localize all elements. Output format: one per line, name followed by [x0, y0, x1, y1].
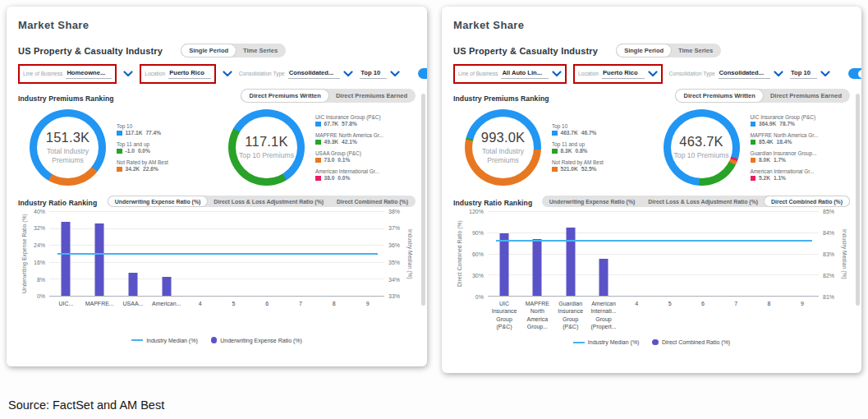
ratio-tabs[interactable]: Underwriting Expense Ratio (%)Direct Los…	[542, 196, 850, 207]
tab-time-series[interactable]: Time Series	[236, 44, 285, 57]
scrollbar[interactable]	[856, 94, 860, 306]
legend-swatch	[552, 131, 558, 136]
filter-value[interactable]: Puerto Rico	[168, 69, 211, 79]
location-dropdown[interactable]: Location Puerto Rico	[578, 69, 658, 79]
donut-chart-total-industry[interactable]: 151.3K Total Industry Premiums	[30, 109, 106, 186]
legend-item-underwriting-expense-ratio[interactable]: Underwriting Expense Ratio (%)	[211, 337, 302, 343]
chevron-down-icon[interactable]	[648, 71, 658, 77]
donut-legend-item: Guardian Insurance Group...8.0K1.7%	[751, 150, 819, 163]
annotation-red-box-line-of-business: Line of Business Homeowne...	[18, 64, 117, 84]
bar[interactable]	[162, 277, 171, 296]
tab-single-period[interactable]: Single Period	[617, 44, 671, 57]
bar[interactable]	[95, 223, 104, 296]
tab-direct-loss-loss-adjustment-ratio[interactable]: Direct Loss & Loss Adjustment Ratio (%)	[207, 196, 330, 206]
bar[interactable]	[599, 259, 608, 296]
donut-legend-item: Top 10463.7K46.7%	[552, 123, 604, 136]
x-axis-category: MAPFRE North America Group...	[521, 300, 553, 331]
donut-legend-item: MAPFRE North America Gr...85.4K18.4%	[751, 132, 819, 145]
donut-chart-top-10[interactable]: 117.1K Top 10 Premiums	[228, 109, 305, 186]
legend-swatch	[315, 176, 321, 182]
legend-item-industry-median[interactable]: Industry Median (%)	[131, 338, 198, 343]
tab-single-period[interactable]: Single Period	[181, 44, 236, 57]
x-axis-category: American Internati... Group (Propert...	[587, 300, 620, 331]
donut-charts-row: 993.0K Total Industry Premiums Top 10463…	[453, 109, 850, 186]
bar[interactable]	[566, 228, 575, 296]
legend-label: Industry Median (%)	[146, 338, 198, 343]
premiums-tabs[interactable]: Direct Premiums WrittenDirect Premiums E…	[675, 89, 850, 103]
toggle-switch-on[interactable]	[418, 68, 427, 79]
median-line-marker	[573, 342, 585, 343]
tab-direct-premiums-earned[interactable]: Direct Premiums Earned	[763, 90, 849, 102]
tab-underwriting-expense-ratio[interactable]: Underwriting Expense Ratio (%)	[543, 196, 642, 206]
tab-underwriting-expense-ratio[interactable]: Underwriting Expense Ratio (%)	[108, 196, 208, 206]
x-axis-category: 9	[786, 300, 819, 331]
total-industry-donut-group: 993.0K Total Industry Premiums Top 10463…	[453, 109, 652, 186]
tab-direct-combined-ratio[interactable]: Direct Combined Ratio (%)	[330, 196, 415, 206]
tab-direct-loss-loss-adjustment-ratio[interactable]: Direct Loss & Loss Adjustment Ratio (%)	[641, 196, 765, 206]
bar[interactable]	[533, 239, 542, 296]
consolidation-type-dropdown[interactable]: Consolidation Type Consolidated...	[669, 69, 783, 79]
summary-charts-toggle[interactable]: Summary Charts	[848, 68, 861, 79]
tab-direct-premiums-written[interactable]: Direct Premiums Written	[241, 90, 328, 102]
legend-percent: 46.7%	[581, 130, 597, 136]
consolidation-type-dropdown[interactable]: Consolidation Type Consolidated...	[239, 69, 353, 79]
filter-label: Location	[578, 71, 599, 76]
filter-value[interactable]: Top 10	[790, 69, 817, 79]
x-axis-category: 4	[183, 300, 217, 307]
period-toggle[interactable]: Single PeriodTime Series	[616, 44, 721, 58]
chevron-down-icon[interactable]	[343, 71, 353, 77]
donut-legend-item: American International Gr...38.00.0%	[315, 168, 383, 182]
top-10-dropdown[interactable]: Top 10	[790, 69, 830, 79]
filter-value[interactable]: Homeowne...	[66, 69, 112, 79]
legend-value: 8.0K	[759, 157, 770, 163]
chevron-down-icon[interactable]	[223, 71, 232, 77]
chevron-down-icon[interactable]	[552, 71, 562, 77]
donut-center: 463.7K Top 10 Premiums	[664, 109, 740, 186]
legend-item-industry-median[interactable]: Industry Median (%)	[573, 339, 640, 345]
top-10-dropdown[interactable]: Top 10	[360, 69, 400, 79]
donut-chart-top-10[interactable]: 463.7K Top 10 Premiums	[664, 109, 740, 186]
filter-value[interactable]: Consolidated...	[719, 69, 770, 79]
tab-direct-premiums-earned[interactable]: Direct Premiums Earned	[328, 90, 415, 102]
filter-value[interactable]: All Auto Lin...	[501, 69, 549, 79]
legend-swatch	[552, 167, 558, 173]
tab-direct-premiums-written[interactable]: Direct Premiums Written	[676, 90, 762, 102]
tab-time-series[interactable]: Time Series	[671, 44, 720, 57]
legend-value: -1.0	[126, 148, 135, 154]
premiums-tabs[interactable]: Direct Premiums WrittenDirect Premiums E…	[241, 89, 416, 103]
filter-value[interactable]: Puerto Rico	[602, 69, 645, 79]
donut-chart-total-industry[interactable]: 993.0K Total Industry Premiums	[465, 109, 541, 186]
legend-percent: 0.0%	[138, 148, 150, 154]
filter-bar: Line of Business All Auto Lin... Locatio…	[453, 68, 850, 79]
chevron-down-icon[interactable]	[774, 71, 783, 77]
period-toggle[interactable]: Single PeriodTime Series	[181, 44, 286, 58]
chevron-down-icon[interactable]	[820, 71, 830, 77]
tab-direct-combined-ratio[interactable]: Direct Combined Ratio (%)	[765, 196, 849, 206]
ratio-tabs[interactable]: Underwriting Expense Ratio (%)Direct Los…	[108, 196, 416, 207]
scrollbar[interactable]	[421, 94, 425, 306]
filter-label: Line of Business	[23, 71, 62, 76]
bar[interactable]	[62, 222, 71, 296]
summary-charts-toggle[interactable]: Summary Charts	[418, 68, 427, 79]
chevron-down-icon[interactable]	[390, 71, 400, 77]
donut-legend: Top 10463.7K46.7%Top 11 and up8.3K0.8%No…	[552, 123, 604, 173]
top-10-donut-group: 463.7K Top 10 Premiums UIC Insurance Gro…	[652, 109, 851, 186]
legend-entry-name: USAA Group (P&C)	[315, 150, 383, 156]
legend-item-direct-combined-ratio[interactable]: Direct Combined Ratio (%)	[652, 339, 730, 346]
toggle-switch-on[interactable]	[848, 68, 861, 79]
total-industry-donut-group: 151.3K Total Industry Premiums Top 10117…	[18, 109, 217, 186]
bar[interactable]	[500, 233, 509, 296]
filter-value[interactable]: Top 10	[360, 69, 387, 79]
filter-value[interactable]: Consolidated...	[288, 69, 340, 79]
location-dropdown[interactable]: Location Puerto Rico	[145, 69, 211, 79]
industry-median-line	[496, 240, 812, 242]
legend-swatch	[117, 167, 122, 173]
legend-entry-name: UIC Insurance Group (P&C)	[315, 114, 383, 120]
legend-percent: 18.4%	[777, 139, 792, 145]
bar[interactable]	[129, 273, 138, 296]
legend-swatch	[552, 149, 558, 154]
line-of-business-dropdown[interactable]: Line of Business Homeowne...	[23, 69, 112, 79]
chevron-down-icon[interactable]	[123, 71, 133, 77]
line-of-business-dropdown[interactable]: Line of Business All Auto Lin...	[458, 69, 562, 79]
x-axis-category: 7	[719, 300, 752, 331]
